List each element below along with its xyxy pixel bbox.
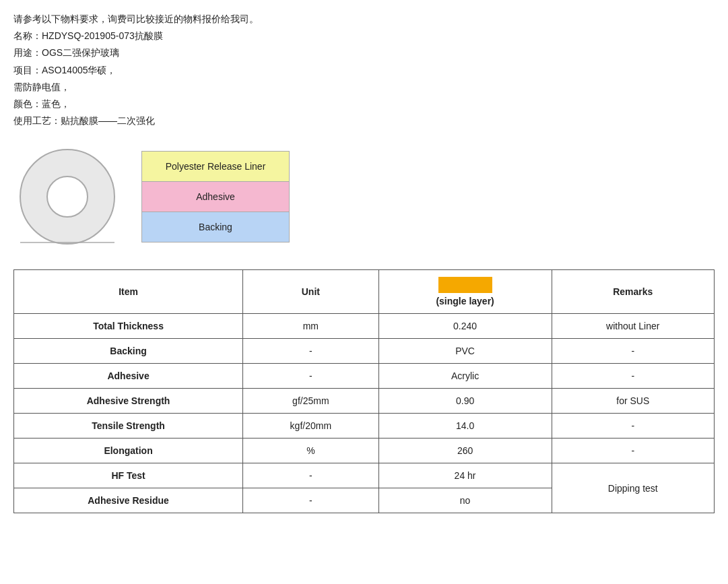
table-row: Total Thicknessmm0.240without Liner	[14, 314, 715, 339]
col-header-item: Item	[14, 270, 243, 314]
cell-item: Adhesive Residue	[14, 488, 243, 513]
header-section: 请参考以下物料要求，询费司比较接近的物料报价给我司。 名称：HZDYSQ-201…	[13, 11, 715, 129]
table-row: Elongation%260-	[14, 439, 715, 463]
cell-value: 0.90	[378, 389, 552, 414]
project-value: ASO14005华硕，	[42, 65, 117, 75]
cell-item: Elongation	[14, 439, 243, 463]
cell-unit: -	[243, 339, 378, 364]
process-label: 使用工艺：	[13, 115, 61, 126]
cell-item: Adhesive Strength	[14, 389, 243, 414]
table-row: Backing-PVC-	[14, 339, 715, 364]
table-row: Adhesive Strengthgf/25mm0.90for SUS	[14, 389, 715, 414]
cell-item: Adhesive	[14, 364, 243, 389]
usage-value: OGS二强保护玻璃	[42, 47, 119, 58]
antistatic-text: 需防静电值，	[13, 82, 70, 92]
cell-unit: -	[243, 364, 378, 389]
name-value: HZDYSQ-201905-073抗酸膜	[42, 30, 163, 41]
cell-remarks: -	[552, 339, 714, 364]
layer-backing: Backing	[142, 212, 289, 242]
layer-stack: Polyester Release Liner Adhesive Backing	[141, 151, 290, 242]
cell-remarks: -	[552, 364, 714, 389]
liner-label: Polyester Release Liner	[166, 161, 266, 172]
cell-unit: kgf/20mm	[243, 414, 378, 439]
note-line: 请参考以下物料要求，询费司比较接近的物料报价给我司。	[13, 11, 715, 28]
cell-remarks: -	[552, 414, 714, 439]
cell-unit: -	[243, 463, 378, 488]
usage-label: 用途：	[13, 47, 42, 58]
cell-unit: gf/25mm	[243, 389, 378, 414]
antistatic-line: 需防静电值，	[13, 79, 715, 96]
cell-item: Backing	[14, 339, 243, 364]
single-layer-label: (single layer)	[389, 296, 542, 306]
cell-unit: mm	[243, 314, 378, 339]
backing-label: Backing	[199, 222, 232, 232]
cell-value: 14.0	[378, 414, 552, 439]
note-text: 请参考以下物料要求，询费司比较接近的物料报价给我司。	[13, 13, 259, 24]
cell-value: Acrylic	[378, 364, 552, 389]
layer-adhesive: Adhesive	[142, 182, 289, 212]
layer-liner: Polyester Release Liner	[142, 152, 289, 182]
col-header-single-layer: (single layer)	[378, 270, 552, 314]
cell-value: no	[378, 488, 552, 513]
svg-point-1	[47, 176, 88, 217]
adhesive-label: Adhesive	[196, 191, 235, 202]
cell-unit: -	[243, 488, 378, 513]
color-value: 蓝色，	[42, 98, 70, 109]
cell-remarks: Dipping test	[552, 463, 714, 513]
project-line: 项目：ASO14005华硕，	[13, 62, 715, 79]
roll-diagram	[13, 143, 121, 251]
name-line: 名称：HZDYSQ-201905-073抗酸膜	[13, 28, 715, 44]
roll-svg	[13, 143, 121, 251]
color-label: 颜色：	[13, 98, 42, 109]
color-swatch	[438, 277, 492, 293]
cell-remarks: -	[552, 439, 714, 463]
cell-item: Total Thickness	[14, 314, 243, 339]
cell-unit: %	[243, 439, 378, 463]
cell-remarks: for SUS	[552, 389, 714, 414]
process-value: 贴抗酸膜——二次强化	[61, 115, 155, 126]
spec-table: Item Unit (single layer) Remarks Total T…	[13, 269, 715, 513]
project-label: 项目：	[13, 65, 42, 75]
usage-line: 用途：OGS二强保护玻璃	[13, 44, 715, 61]
cell-value: 24 hr	[378, 463, 552, 488]
cell-item: Tensile Strength	[14, 414, 243, 439]
col-header-unit: Unit	[243, 270, 378, 314]
color-line: 颜色：蓝色，	[13, 96, 715, 112]
table-row: HF Test-24 hrDipping test	[14, 463, 715, 488]
cell-remarks: without Liner	[552, 314, 714, 339]
process-line: 使用工艺：贴抗酸膜——二次强化	[13, 112, 715, 129]
cell-item: HF Test	[14, 463, 243, 488]
table-row: Adhesive-Acrylic-	[14, 364, 715, 389]
cell-value: 0.240	[378, 314, 552, 339]
table-row: Tensile Strengthkgf/20mm14.0-	[14, 414, 715, 439]
col-header-remarks: Remarks	[552, 270, 714, 314]
cell-value: PVC	[378, 339, 552, 364]
name-label: 名称：	[13, 30, 42, 41]
diagram-section: Polyester Release Liner Adhesive Backing	[13, 143, 715, 251]
cell-value: 260	[378, 439, 552, 463]
